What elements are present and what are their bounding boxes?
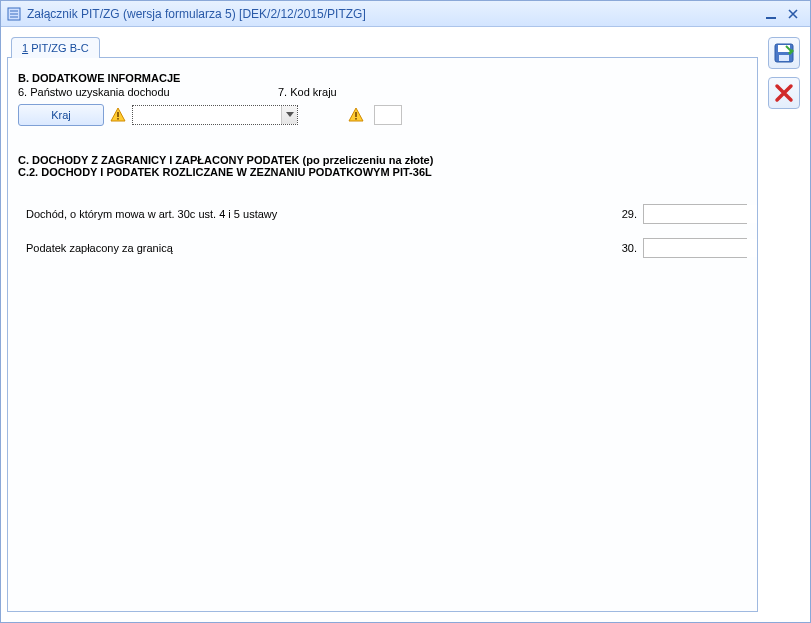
warning-icon xyxy=(110,107,126,123)
section-c: C. DOCHODY Z ZAGRANICY I ZAPŁACONY PODAT… xyxy=(18,154,747,258)
svg-rect-5 xyxy=(355,118,357,120)
country-combo[interactable] xyxy=(132,105,298,125)
close-button[interactable] xyxy=(782,5,804,23)
save-button[interactable] xyxy=(768,37,800,69)
section-c-heading1: C. DOCHODY Z ZAGRANICY I ZAPŁACONY PODAT… xyxy=(18,154,747,166)
chevron-down-icon xyxy=(286,112,294,118)
section-b: B. DODATKOWE INFORMACJE 6. Państwo uzysk… xyxy=(18,72,747,126)
label-panstwo: 6. Państwo uzyskania dochodu xyxy=(18,86,278,98)
minimize-button[interactable] xyxy=(760,5,782,23)
tab-label: PIT/ZG B-C xyxy=(28,42,89,54)
warning-icon xyxy=(348,107,364,123)
client-area: 1 PIT/ZG B-C B. DODATKOWE INFORMACJE 6. … xyxy=(1,27,810,622)
titlebar: Załącznik PIT/ZG (wersja formularza 5) [… xyxy=(1,1,810,27)
left-column: 1 PIT/ZG B-C B. DODATKOWE INFORMACJE 6. … xyxy=(7,33,758,612)
country-input[interactable] xyxy=(133,106,281,124)
svg-rect-4 xyxy=(355,112,357,117)
row-number: 30. xyxy=(609,242,637,254)
kraj-button[interactable]: Kraj xyxy=(18,104,104,126)
form-panel: B. DODATKOWE INFORMACJE 6. Państwo uzysk… xyxy=(7,57,758,612)
section-c-heading2: C.2. DOCHODY I PODATEK ROZLICZANE W ZEZN… xyxy=(18,166,747,178)
right-actions xyxy=(764,33,804,612)
row-label: Dochód, o którym mowa w art. 30c ust. 4 … xyxy=(26,208,609,220)
cancel-button[interactable] xyxy=(768,77,800,109)
close-icon xyxy=(774,83,794,103)
amount-field-29[interactable]: ▲ ▼ xyxy=(643,204,747,224)
svg-rect-8 xyxy=(779,55,789,61)
window-title: Załącznik PIT/ZG (wersja formularza 5) [… xyxy=(27,7,760,21)
section-c-rows: Dochód, o którym mowa w art. 30c ust. 4 … xyxy=(18,204,747,258)
labels-row: 6. Państwo uzyskania dochodu 7. Kod kraj… xyxy=(18,86,747,98)
amount-input[interactable] xyxy=(644,205,758,223)
row-29: Dochód, o którym mowa w art. 30c ust. 4 … xyxy=(26,204,747,224)
svg-rect-3 xyxy=(117,118,119,120)
row-number: 29. xyxy=(609,208,637,220)
app-icon xyxy=(7,7,21,21)
svg-rect-1 xyxy=(766,17,776,19)
row-label: Podatek zapłacony za granicą xyxy=(26,242,609,254)
amount-input[interactable] xyxy=(644,239,758,257)
tab-strip: 1 PIT/ZG B-C xyxy=(7,33,758,57)
kod-kraju-input[interactable] xyxy=(374,105,402,125)
save-icon xyxy=(773,42,795,64)
tab-pitzg-bc[interactable]: 1 PIT/ZG B-C xyxy=(11,37,100,58)
amount-field-30[interactable]: ▲ ▼ xyxy=(643,238,747,258)
window-root: Załącznik PIT/ZG (wersja formularza 5) [… xyxy=(0,0,811,623)
input-row-b: Kraj xyxy=(18,104,747,126)
combo-dropdown-button[interactable] xyxy=(281,106,297,124)
section-b-heading: B. DODATKOWE INFORMACJE xyxy=(18,72,747,84)
svg-rect-2 xyxy=(117,112,119,117)
label-kod-kraju: 7. Kod kraju xyxy=(278,86,398,98)
row-30: Podatek zapłacony za granicą 30. ▲ ▼ xyxy=(26,238,747,258)
